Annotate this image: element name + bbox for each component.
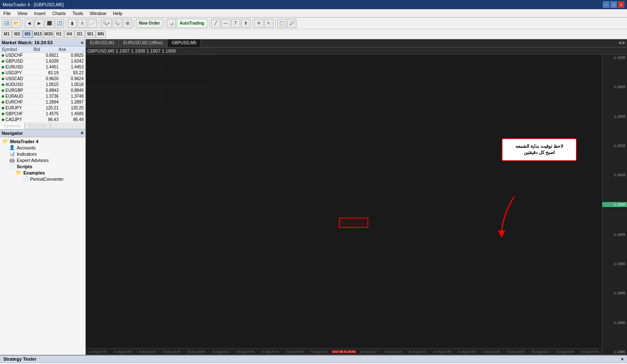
menu-bar: FileViewInsertChartsToolsWindowHelp bbox=[0, 9, 627, 18]
mw-row-euraud[interactable]: EURAUD 1.3736 1.3748 bbox=[0, 94, 85, 99]
tb-new-btn[interactable]: 🔙 bbox=[2, 19, 11, 28]
mw-row-eurjpy[interactable]: EURJPY 120.21 120.25 bbox=[0, 105, 85, 111]
auto-trading-button[interactable]: AutoTrading bbox=[177, 19, 207, 28]
nav-indicators-icon: 📊 bbox=[9, 151, 15, 157]
tb-crosshair[interactable]: ✛ bbox=[254, 19, 263, 28]
time-13: 31 Aug 21:36 bbox=[381, 350, 405, 353]
tb-text[interactable]: T bbox=[231, 19, 240, 28]
new-order-button[interactable]: New Order bbox=[136, 19, 163, 28]
mw-row-cadjpy[interactable]: CADJPY 86.43 86.49 bbox=[0, 117, 85, 123]
tb-sep2 bbox=[66, 19, 66, 28]
main-toolbar: 🔙 📂 ◀ ▶ ⬛ 🔄 ▮ 🕯 📈 🔍+ 🔍- ⊞ New Order 📊 Au… bbox=[0, 18, 627, 29]
time-6: 31 Aug 19:12 bbox=[209, 350, 233, 353]
nav-item-expert-advisors[interactable]: 🤖 Expert Advisors bbox=[1, 157, 84, 163]
mw-row-usdjpy[interactable]: USDJPY 83.19 83.22 bbox=[0, 70, 85, 76]
tb-refresh-btn[interactable]: 🔄 bbox=[55, 19, 64, 28]
mw-row-usdcad[interactable]: USDCAD 0.9620 0.9624 bbox=[0, 76, 85, 82]
market-watch-tabs: Symbols Tick Chart bbox=[0, 123, 85, 129]
time-19: 31 Aug 23:12 bbox=[528, 350, 553, 353]
tb-trendline[interactable]: ╱ bbox=[211, 19, 220, 28]
menu-item-view[interactable]: View bbox=[14, 10, 31, 17]
tb-indicators[interactable]: 📊 bbox=[167, 19, 176, 28]
annotation-line2: اصبح كل دقيقتين bbox=[509, 149, 570, 156]
annotation-arrow bbox=[497, 197, 531, 238]
nav-item-scripts[interactable]: 📄 Scripts bbox=[1, 163, 84, 169]
mw-row-usdchf[interactable]: USDCHF 0.8921 0.8925 bbox=[0, 53, 85, 58]
menu-item-insert[interactable]: Insert bbox=[31, 10, 49, 17]
tb-arrow[interactable]: ⬆ bbox=[241, 19, 250, 28]
time-12: 31 Aug 21:20 bbox=[356, 350, 381, 353]
mw-row-gbpchf[interactable]: GBPCHF 1.4575 1.4585 bbox=[0, 111, 85, 117]
maximize-button[interactable]: □ bbox=[610, 1, 617, 8]
tf-h1[interactable]: H1 bbox=[54, 30, 64, 38]
tb-back-btn[interactable]: ◀ bbox=[25, 19, 34, 28]
navigator-close-icon[interactable]: × bbox=[81, 130, 84, 136]
nav-item-periodconverter[interactable]: 📄 PeriodConverter bbox=[1, 176, 84, 182]
mw-tab-symbols[interactable]: Symbols bbox=[0, 123, 25, 129]
mw-col-bid: Bid bbox=[33, 47, 59, 52]
mw-row-gbpusd[interactable]: GBPUSD 1.6339 1.6342 bbox=[0, 58, 85, 64]
tf-m5[interactable]: M5 bbox=[23, 30, 33, 38]
tf-m15[interactable]: M15 bbox=[33, 30, 43, 38]
price-axis: 1.1930 1.1925 1.1920 1.1915 1.1910 1.190… bbox=[602, 55, 627, 355]
tf-h4[interactable]: H4 bbox=[64, 30, 74, 38]
tb-chart-type-bar[interactable]: ▮ bbox=[68, 19, 77, 28]
chart-tab-gbpusd-m5[interactable]: GBPUSD,M5 bbox=[168, 39, 201, 47]
chart-tab-eurusd-m1[interactable]: EURUSD,M1 bbox=[86, 39, 119, 47]
chart-tab-scroll[interactable]: ◀ ▶ bbox=[617, 39, 627, 47]
chart-canvas[interactable]: 1.1930 1.1925 1.1920 1.1915 1.1910 1.190… bbox=[86, 55, 627, 355]
menu-item-charts[interactable]: Charts bbox=[49, 10, 69, 17]
tf-w1[interactable]: W1 bbox=[85, 30, 95, 38]
time-15: 31 Aug 22:08 bbox=[430, 350, 454, 353]
time-axis: 21 Aug 17:52 31 Aug 18:08 31 Aug 18:24 3… bbox=[86, 348, 602, 355]
tf-m2[interactable]: M2 bbox=[12, 30, 22, 38]
time-20: 31 Aug 23:28 bbox=[553, 350, 577, 353]
price-1915: 1.1915 bbox=[602, 144, 627, 148]
tb-cursor[interactable]: ↖ bbox=[264, 19, 273, 28]
tb-search[interactable]: 🔎 bbox=[287, 19, 296, 28]
menu-item-tools[interactable]: Tools bbox=[69, 10, 87, 17]
time-14: 31 Aug 21:52 bbox=[405, 350, 430, 353]
mw-row-eurusd[interactable]: EURUSD 1.4451 1.4453 bbox=[0, 64, 85, 70]
mw-row-audusd[interactable]: AUDUSD 1.0515 1.0518 bbox=[0, 82, 85, 88]
nav-pc-label: PeriodConverter bbox=[30, 177, 64, 182]
mw-col-symbol: Symbol bbox=[2, 47, 33, 52]
tb-zoom-in[interactable]: 🔍+ bbox=[101, 19, 112, 28]
tb-open-btn[interactable]: 📂 bbox=[12, 19, 21, 28]
nav-root[interactable]: 📁 MetaTrader 4 bbox=[1, 138, 84, 144]
tb-hline[interactable]: — bbox=[221, 19, 230, 28]
mw-row-eurgbp[interactable]: EURGBP 0.8843 0.8846 bbox=[0, 88, 85, 94]
st-close-icon[interactable]: × bbox=[621, 356, 624, 361]
tb-fwd-btn[interactable]: ▶ bbox=[35, 19, 44, 28]
menu-item-help[interactable]: Help bbox=[110, 10, 126, 17]
nav-item-examples[interactable]: 📁 Examples bbox=[1, 169, 84, 176]
menu-item-file[interactable]: File bbox=[0, 10, 14, 17]
tb-sep6 bbox=[209, 19, 209, 28]
tf-m30[interactable]: M30 bbox=[43, 30, 54, 38]
tf-d1[interactable]: D1 bbox=[75, 30, 85, 38]
nav-accounts-icon: 👤 bbox=[9, 145, 15, 150]
price-1895: 1.1895 bbox=[602, 291, 627, 295]
nav-examples-icon: 📁 bbox=[16, 170, 22, 175]
tb-templates[interactable]: 📋 bbox=[277, 19, 286, 28]
title-bar: MetaTrader 4 - [GBPUSD,M5] − □ × bbox=[0, 0, 627, 9]
minimize-button[interactable]: − bbox=[603, 1, 609, 8]
tf-m1[interactable]: M1 bbox=[2, 30, 12, 38]
chart-tab-eurusd-m2[interactable]: EURUSD,M2 (offline) bbox=[119, 39, 168, 47]
close-button[interactable]: × bbox=[618, 1, 624, 8]
time-9: 31 Aug 20:00 bbox=[283, 350, 307, 353]
chart-info-text: GBPUSD,M5 1.1907 1.1908 1.1907 1.1908 bbox=[87, 48, 176, 53]
mw-tab-tickchart[interactable]: Tick Chart bbox=[25, 123, 51, 129]
nav-item-accounts[interactable]: 👤 Accounts bbox=[1, 144, 84, 151]
tb-grid[interactable]: ⊞ bbox=[123, 19, 132, 28]
tb-zoom-out[interactable]: 🔍- bbox=[112, 19, 122, 28]
mw-row-eurchf[interactable]: EURCHF 1.2894 1.2897 bbox=[0, 99, 85, 105]
mw-close-icon[interactable]: × bbox=[81, 40, 84, 45]
tb-chart-type-line[interactable]: 📈 bbox=[88, 19, 97, 28]
nav-item-indicators[interactable]: 📊 Indicators bbox=[1, 151, 84, 157]
tb-stop-btn[interactable]: ⬛ bbox=[45, 19, 54, 28]
menu-item-window[interactable]: Window bbox=[87, 10, 110, 17]
nav-indicators-label: Indicators bbox=[17, 152, 37, 157]
tf-mn[interactable]: MN bbox=[96, 30, 106, 38]
tb-chart-type-candle[interactable]: 🕯 bbox=[78, 19, 87, 28]
